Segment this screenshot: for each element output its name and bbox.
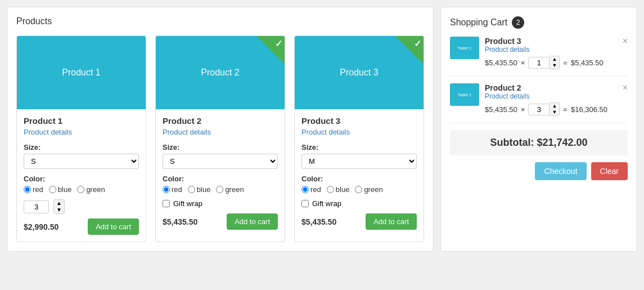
product-1-qty-up[interactable]: ▲ — [54, 200, 64, 207]
cart-item-product2-thumb: Tablet 1 — [450, 83, 479, 106]
cart-item-product2-qty-input[interactable] — [528, 104, 550, 115]
product-3-gift-wrap-checkbox[interactable] — [301, 200, 309, 207]
cart-item-product3-info: Product 3 Product details $5,435.50 × ▲ … — [485, 37, 628, 69]
product-2-image-label: Product 2 — [201, 68, 239, 78]
product-3-color-label: Color: — [301, 175, 417, 183]
cart-item-product2-info: Product 2 Product details $5,435.50 × ▲ … — [485, 83, 628, 116]
product-1-price-row: $2,990.50 Add to cart — [24, 218, 139, 235]
product-3-image-label: Product 3 — [340, 68, 378, 78]
product-3-color-green[interactable]: green — [355, 185, 382, 194]
products-panel: Products Product 1 Product 1 Product det… — [7, 7, 434, 252]
product-2-color-group: red blue green — [163, 185, 278, 194]
cart-item-product3-qty-spin[interactable]: ▲ ▼ — [550, 56, 560, 69]
product-2-color-blue[interactable]: blue — [188, 185, 211, 194]
product-2-color-label: Color: — [163, 175, 278, 183]
cart-item-product2: Tablet 1 Product 2 Product details $5,43… — [450, 83, 628, 123]
product-3-color-blue[interactable]: blue — [327, 185, 350, 194]
product-1-name: Product 1 — [24, 116, 139, 126]
product-3-body: Product 3 Product details Size: SMLXL Co… — [295, 109, 424, 237]
product-2-size-label: Size: — [163, 143, 278, 151]
product-card-3: Product 3 Product 3 Product details Size… — [294, 35, 424, 242]
cart-item-product2-unit-price: $5,435.50 — [485, 105, 517, 114]
cart-item-product3-total: $5,435.50 — [571, 59, 604, 67]
product-3-price-row: $5,435.50 Add to cart — [301, 213, 417, 230]
product-3-gift-wrap-row: Gift wrap — [301, 199, 417, 208]
subtotal-row: Subtotal: $21,742.00 — [450, 130, 628, 155]
product-3-details-link[interactable]: Product details — [301, 128, 417, 136]
cart-item-product3-qty-input[interactable] — [528, 57, 550, 69]
product-1-qty-down[interactable]: ▼ — [54, 207, 64, 213]
product-3-checkmark-badge — [395, 36, 424, 64]
product-1-details-link[interactable]: Product details — [24, 128, 139, 136]
cart-item-product2-qty-control: ▲ ▼ — [528, 102, 560, 116]
product-2-gift-wrap-label: Gift wrap — [173, 199, 202, 208]
cart-item-product2-qty-down[interactable]: ▼ — [550, 109, 559, 115]
cart-item-product2-qty-spin[interactable]: ▲ ▼ — [550, 102, 560, 116]
cart-item-product3-desc[interactable]: Product details — [485, 46, 628, 53]
cart-item-product3-qty-down[interactable]: ▼ — [550, 63, 559, 69]
product-1-body: Product 1 Product details Size: SMLXL Co… — [17, 109, 146, 242]
cart-item-product3-close[interactable]: × — [623, 37, 628, 46]
product-3-price: $5,435.50 — [301, 217, 336, 226]
products-grid: Product 1 Product 1 Product details Size… — [16, 35, 424, 242]
cart-item-product3-thumb: Tablet 1 — [450, 37, 479, 59]
product-2-color-green[interactable]: green — [216, 185, 244, 194]
cart-item-product2-name: Product 2 — [485, 83, 628, 92]
product-1-color-green[interactable]: green — [77, 185, 105, 194]
product-3-size-label: Size: — [301, 143, 417, 151]
product-3-size-select[interactable]: SMLXL — [301, 154, 417, 169]
cart-item-product3-name: Product 3 — [485, 37, 628, 46]
cart-item-product3-unit-price: $5,435.50 — [485, 59, 517, 67]
product-1-price: $2,990.50 — [24, 222, 58, 231]
products-title: Products — [16, 16, 424, 26]
product-1-size-label: Size: — [24, 143, 139, 151]
cart-item-product2-desc[interactable]: Product details — [485, 92, 628, 100]
product-2-body: Product 2 Product details Size: SMLXL Co… — [156, 109, 285, 237]
product-1-color-group: red blue green — [24, 185, 139, 194]
cart-badge: 2 — [512, 16, 524, 29]
product-1-qty-row: ▲ ▼ — [24, 199, 139, 214]
product-2-name: Product 2 — [163, 116, 278, 126]
cart-header: Shopping Cart 2 — [450, 16, 628, 29]
product-2-price: $5,435.50 — [163, 217, 197, 226]
product-card-2: Product 2 Product 2 Product details Size… — [155, 35, 285, 242]
product-1-color-label: Color: — [24, 175, 139, 183]
product-1-qty-spin[interactable]: ▲ ▼ — [53, 199, 65, 214]
product-1-color-blue[interactable]: blue — [49, 185, 72, 194]
product-3-color-group: red blue green — [301, 185, 417, 194]
cart-panel: Shopping Cart 2 Tablet 1 Product 3 Produ… — [440, 7, 637, 252]
product-2-size-select[interactable]: SMLXL — [163, 154, 278, 169]
clear-button[interactable]: Clear — [591, 162, 628, 180]
product-3-name: Product 3 — [301, 116, 417, 126]
product-2-color-red[interactable]: red — [163, 185, 182, 194]
product-2-checkmark-badge — [256, 36, 285, 64]
product-2-details-link[interactable]: Product details — [163, 128, 278, 136]
product-1-size-select[interactable]: SMLXL — [24, 154, 139, 169]
cart-item-product2-close[interactable]: × — [623, 83, 628, 92]
product-1-add-to-cart[interactable]: Add to cart — [88, 218, 139, 235]
cart-actions: Checkout Clear — [450, 162, 628, 180]
product-card-1: Product 1 Product 1 Product details Size… — [16, 35, 146, 242]
cart-item-product3-qty-up[interactable]: ▲ — [550, 56, 559, 63]
product-1-color-red[interactable]: red — [24, 185, 43, 194]
cart-title: Shopping Cart — [450, 17, 507, 28]
cart-item-product3-qty-control: ▲ ▼ — [528, 56, 560, 69]
product-3-add-to-cart[interactable]: Add to cart — [366, 213, 417, 230]
product-3-image: Product 3 — [295, 36, 424, 109]
product-2-image: Product 2 — [156, 36, 285, 109]
product-3-gift-wrap-label: Gift wrap — [312, 199, 341, 208]
product-1-image-label: Product 1 — [62, 68, 100, 78]
product-2-gift-wrap-row: Gift wrap — [163, 199, 278, 208]
product-2-gift-wrap-checkbox[interactable] — [163, 200, 170, 207]
product-1-image: Product 1 — [17, 36, 146, 109]
product-2-add-to-cart[interactable]: Add to cart — [227, 213, 278, 230]
cart-item-product3-price-row: $5,435.50 × ▲ ▼ = $5,435.50 — [485, 56, 628, 69]
checkout-button[interactable]: Checkout — [535, 162, 586, 180]
product-3-color-red[interactable]: red — [301, 185, 321, 194]
product-1-qty-input[interactable] — [24, 200, 49, 213]
cart-item-product3: Tablet 1 Product 3 Product details $5,43… — [450, 37, 628, 77]
cart-item-product2-total: $16,306.50 — [571, 105, 607, 114]
subtotal-label: Subtotal: $21,742.00 — [490, 137, 587, 148]
cart-item-product2-qty-up[interactable]: ▲ — [550, 103, 559, 109]
cart-item-product2-price-row: $5,435.50 × ▲ ▼ = $16,306.50 — [485, 102, 628, 116]
